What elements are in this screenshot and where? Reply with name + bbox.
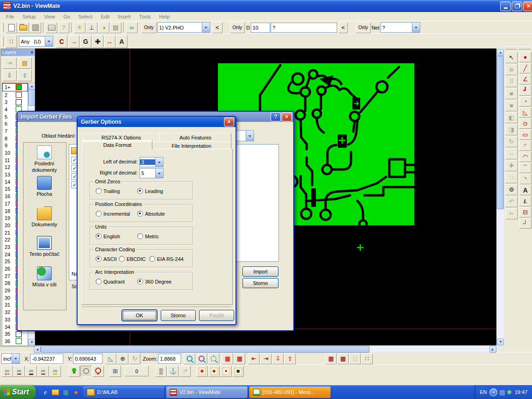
only-dcode-toggle[interactable]: Only xyxy=(230,22,245,33)
layer-swatch[interactable] xyxy=(16,84,22,90)
color-table-button[interactable]: ◑ xyxy=(98,22,109,33)
text-tool[interactable]: A xyxy=(519,185,532,195)
right-of-decimal-arrow[interactable] xyxy=(155,169,163,178)
view-composite-button[interactable]: ∞ xyxy=(13,366,25,377)
x-coord-input[interactable] xyxy=(30,354,63,364)
fill-tool[interactable]: ■ xyxy=(505,88,518,99)
layer-swatch[interactable] xyxy=(16,331,22,337)
tab-auto-features[interactable]: Auto Features xyxy=(159,133,231,142)
layers-panel-close-icon[interactable]: × xyxy=(30,50,33,55)
layer-swatch[interactable] xyxy=(16,99,22,105)
english-radio-icon[interactable] xyxy=(96,233,102,239)
layer-row-3[interactable]: 3 xyxy=(2,98,28,106)
scroll-up-button[interactable] xyxy=(497,49,504,56)
absolute-radio-icon[interactable] xyxy=(137,211,143,217)
layers-panel-titlebar[interactable]: Layers × xyxy=(1,49,35,56)
left-of-decimal-combo[interactable]: 3 xyxy=(139,157,163,167)
layer-row-36[interactable]: 36 xyxy=(2,338,28,345)
aperture-square-button[interactable]: ◼ xyxy=(232,366,244,377)
layer-up-button[interactable]: ⇧ xyxy=(18,70,32,81)
incremental-radio-icon[interactable] xyxy=(96,211,102,217)
gerber-close-button[interactable]: × xyxy=(224,117,234,127)
print-button[interactable] xyxy=(46,22,57,33)
layer-swatch[interactable] xyxy=(16,92,22,98)
step-grid-button[interactable]: ▦ xyxy=(325,353,337,364)
rotate-tool[interactable]: ↻ xyxy=(505,136,518,147)
radio-trailing[interactable]: Trailing xyxy=(96,188,120,194)
mail-tray-icon[interactable]: ▤ xyxy=(499,389,505,395)
unit-combo[interactable]: inch xyxy=(1,353,20,364)
cut-tool[interactable]: ✂ xyxy=(505,208,518,219)
highlight-lamp-button[interactable] xyxy=(92,366,104,377)
layer-colors-button[interactable]: ▤ xyxy=(110,22,121,33)
restore-button[interactable] xyxy=(512,1,522,11)
undo-tool[interactable]: ↶ xyxy=(505,196,518,207)
only-layer-toggle[interactable]: Only xyxy=(141,22,157,33)
item-type-arrow[interactable] xyxy=(45,36,53,46)
edit-toolbar-grip[interactable] xyxy=(1,37,4,46)
layer-scroll-down-button[interactable] xyxy=(28,339,35,346)
layer-row-35[interactable]: 35 xyxy=(2,330,28,338)
right-of-decimal-combo[interactable]: 5 xyxy=(139,168,163,178)
gerber-cancel-button[interactable]: Storno xyxy=(161,310,196,321)
folder-quicklaunch[interactable] xyxy=(51,387,60,397)
quadrant-radio-icon[interactable] xyxy=(96,278,102,284)
group-transfer-tool[interactable]: ⠿ xyxy=(505,76,518,87)
window-area-button[interactable]: □ xyxy=(349,353,361,364)
scroll-left-button[interactable] xyxy=(34,346,41,353)
menu-item-view[interactable]: View xyxy=(40,13,59,20)
import-cancel-button[interactable]: Storno xyxy=(242,278,278,288)
zoom-input[interactable] xyxy=(158,354,181,364)
corner-tool[interactable]: ┛ xyxy=(519,85,532,96)
layer-swatch[interactable] xyxy=(16,338,22,344)
vector-move-button[interactable]: ↗ xyxy=(179,366,191,377)
line-tool[interactable]: ╱ xyxy=(519,63,532,73)
menu-item-help[interactable]: Help xyxy=(155,13,174,20)
pane-layout-button[interactable]: ⊞ xyxy=(109,366,121,377)
radio-leading[interactable]: Leading xyxy=(137,188,163,194)
pan-up-button[interactable]: ⇧ xyxy=(284,353,296,364)
look-in-arrow[interactable] xyxy=(246,131,254,141)
menu-item-tools[interactable]: Tools xyxy=(135,13,155,20)
add-vertex-tool[interactable]: ✚ xyxy=(505,160,518,171)
ie-quicklaunch[interactable]: e xyxy=(41,387,50,397)
import-close-button[interactable]: × xyxy=(282,112,292,121)
toolbar-grip[interactable] xyxy=(1,23,4,32)
ebcdic-radio-icon[interactable] xyxy=(119,256,125,262)
arc-ccw-tool[interactable]: ◜ xyxy=(519,140,532,151)
layer-select-combo[interactable]: 1) V2.PHO xyxy=(157,22,210,33)
select-toolbar-grip[interactable] xyxy=(505,46,517,49)
tab-data-format[interactable]: Data Format xyxy=(82,140,152,150)
layer-scroll-up-button[interactable] xyxy=(28,83,35,90)
aperture-dark-button[interactable]: ● xyxy=(220,366,232,377)
pan-left-button[interactable]: ⇤ xyxy=(248,353,260,364)
menu-item-insert[interactable]: Insert xyxy=(114,13,135,20)
mirror-y-tool[interactable]: ◨ xyxy=(505,124,518,135)
start-button[interactable]: Start xyxy=(0,385,36,399)
minimize-button[interactable] xyxy=(500,1,511,11)
film-view-button[interactable]: ∞ xyxy=(126,22,138,33)
scroll-right-button[interactable] xyxy=(490,346,496,353)
hscroll-thumb[interactable] xyxy=(41,346,369,353)
view-solid-button[interactable]: ∞ xyxy=(25,366,37,377)
vscroll-thumb[interactable] xyxy=(497,56,504,209)
place-plocha[interactable]: Plocha xyxy=(24,176,65,198)
arc-cw-tool[interactable]: ◝ xyxy=(519,174,532,184)
radio-360-degree[interactable]: 360 Degree xyxy=(137,278,172,284)
menu-item-edit[interactable]: Edit xyxy=(97,13,114,20)
radio-eia-rs244[interactable]: EIA RS-244 xyxy=(149,256,183,262)
hide-tray-icons-button[interactable]: ‹ xyxy=(490,388,497,396)
y-coord-input[interactable] xyxy=(73,354,103,364)
fill-alt-tool[interactable]: ■ xyxy=(505,100,518,111)
sector-tool[interactable]: ◔ xyxy=(519,96,532,107)
trailing-radio-icon[interactable] xyxy=(96,188,102,194)
language-indicator[interactable]: EN xyxy=(480,389,487,395)
show-all-button[interactable]: ☀ xyxy=(74,22,85,33)
net-select-combo[interactable]: ? xyxy=(381,22,420,33)
menu-item-select[interactable]: Select xyxy=(74,13,97,20)
transfer-tool[interactable]: ⊚ xyxy=(505,64,518,75)
chamfer-tool[interactable]: ┘ xyxy=(519,218,532,229)
pointer-tool[interactable]: ↖ xyxy=(505,52,518,63)
radio-ascii[interactable]: ASCII xyxy=(96,256,117,262)
origin-button[interactable]: ⊕ xyxy=(117,353,128,364)
